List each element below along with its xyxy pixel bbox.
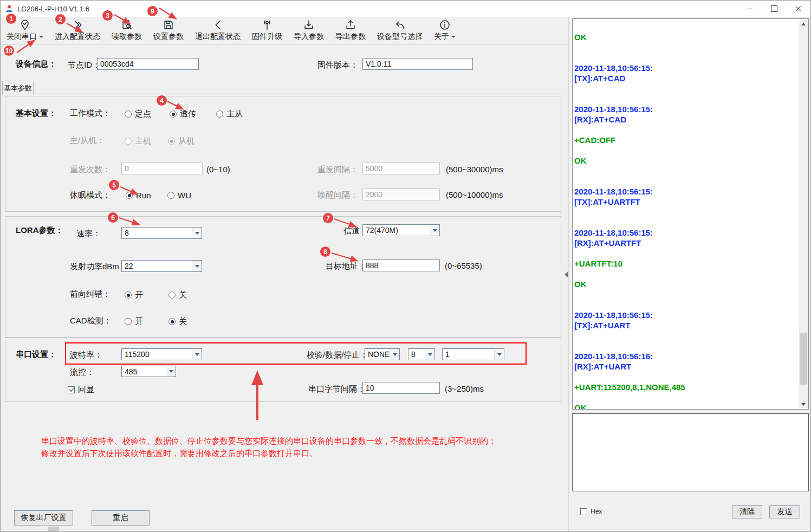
device-model-icon	[394, 19, 406, 31]
flow-control-dropdown[interactable]: 485	[121, 366, 176, 377]
radio-master: 主机	[125, 136, 151, 146]
echo-checkbox[interactable]: 回显	[68, 385, 94, 395]
radio-work-mode-transparent[interactable]: 透传	[170, 109, 196, 119]
log-line: 2020-11-18,10:56:15:	[574, 310, 798, 320]
step-badge-2: 2	[55, 14, 66, 24]
horizontal-scrollbar-thumb[interactable]	[48, 527, 59, 531]
channel-dropdown[interactable]: 72(470M)	[362, 224, 440, 236]
basic-settings-section-label: 基本设置：	[16, 108, 56, 119]
toolbar-button-read-params[interactable]: 读取参数	[109, 18, 145, 43]
log-line: [TX]:AT+UART	[574, 320, 798, 330]
radio-dot	[170, 111, 177, 118]
cad-label: CAD检测：	[70, 316, 112, 326]
toolbar-button-import-params[interactable]: 导入参数	[291, 18, 327, 43]
toolbar-button-set-params[interactable]: 设置参数	[151, 18, 186, 43]
radio-dot	[167, 192, 174, 199]
window-title: LG206-L-P-H10 V1.1.6	[17, 5, 89, 13]
log-line: +UARTFT:10	[574, 258, 798, 269]
log-line	[574, 269, 798, 279]
log-line: [RX]:AT+UARTFT	[574, 238, 798, 248]
scroll-down-button[interactable]	[799, 400, 808, 408]
step-badge-6: 6	[108, 212, 118, 223]
resend-count-label: 重发次数：	[70, 165, 111, 175]
about-icon	[439, 19, 451, 31]
resend-interval-range: (500~30000)ms	[446, 165, 503, 174]
rate-dropdown[interactable]: 8	[121, 227, 202, 239]
toolbar-label: 读取参数	[112, 32, 142, 42]
hex-checkbox[interactable]: Hex	[580, 508, 602, 515]
radio-fec-off[interactable]: 关	[168, 290, 187, 300]
annotation-line-2: 修改并设置后下次使用该软件配置时，需要用修改之后的串口参数打开串口。	[41, 449, 317, 459]
tab-basic-params[interactable]: 基本参数	[2, 81, 34, 95]
lora-params-section-label: LORA参数：	[16, 225, 63, 236]
send-input[interactable]	[572, 413, 809, 491]
log-scrollbar[interactable]	[799, 20, 808, 408]
target-address-range: (0~65535)	[445, 261, 482, 270]
log-scrollbar-thumb[interactable]	[800, 333, 807, 385]
radio-cad-off[interactable]: 关	[168, 316, 187, 327]
log-line: [RX]:AT+CAD	[574, 114, 798, 125]
checkbox-label: Hex	[591, 508, 602, 515]
toolbar-button-firmware-upgrade[interactable]: 固件升级	[249, 18, 285, 43]
dropdown-arrow-icon[interactable]	[192, 228, 202, 238]
log-line: [TX]:AT+CAD	[574, 73, 798, 83]
radio-fec-on[interactable]: 开	[125, 290, 143, 300]
clear-button[interactable]: 清除	[732, 505, 762, 518]
highlight-rectangle	[65, 342, 527, 365]
radio-cad-on[interactable]: 开	[125, 316, 143, 327]
tab-pane-border	[1, 94, 567, 94]
wake-interval-range: (500~10000)ms	[446, 190, 503, 199]
log-line: +UART:115200,8,1,NONE,485	[574, 382, 798, 392]
byte-gap-field[interactable]: 10	[362, 382, 440, 394]
export-params-icon	[345, 19, 356, 31]
device-info-section-label: 设备信息：	[16, 59, 56, 69]
dropdown-arrow-icon[interactable]	[192, 261, 202, 271]
step-badge-9: 9	[147, 6, 158, 16]
node-id-label: 节点ID：	[68, 60, 100, 70]
radio-sleep-run[interactable]: Run	[126, 191, 151, 200]
close-button[interactable]	[786, 1, 810, 17]
log-line	[574, 392, 798, 403]
log-line	[574, 42, 798, 53]
resend-count-range: (0~10)	[206, 165, 230, 174]
toolbar-button-device-model[interactable]: 设备型号选择	[374, 18, 425, 43]
log-line: +CAD:OFF	[574, 135, 798, 145]
target-address-field[interactable]: 888	[362, 259, 440, 271]
checkbox-mark	[580, 508, 587, 515]
firmware-version-field[interactable]: V1.0.11	[362, 58, 473, 70]
scroll-up-button[interactable]	[799, 20, 808, 28]
maximize-icon	[771, 5, 777, 12]
splitter-collapse-handle[interactable]	[563, 267, 569, 282]
radio-dot	[125, 111, 132, 118]
toolbar-button-exit-config[interactable]: 退出配置状态	[192, 18, 243, 43]
radio-work-mode-fixed[interactable]: 定点	[125, 109, 151, 119]
restart-button[interactable]: 重启	[92, 510, 150, 525]
step-badge-3: 3	[102, 10, 113, 21]
firmware-version-label: 固件版本：	[317, 60, 358, 70]
resend-interval-field: 5000	[362, 163, 440, 174]
factory-reset-button[interactable]: 恢复出厂设置	[14, 510, 73, 525]
toolbar-button-about[interactable]: 关于	[431, 18, 458, 43]
dropdown-caret-icon[interactable]	[39, 36, 43, 38]
toolbar-label: 设置参数	[153, 32, 184, 42]
fec-label: 前向纠错：	[70, 289, 111, 300]
log-line	[574, 217, 798, 228]
send-button[interactable]: 发送	[769, 505, 800, 518]
radio-work-mode-master-slave[interactable]: 主从	[216, 109, 243, 119]
tx-power-dropdown[interactable]: 22	[121, 260, 202, 272]
radio-label: 关	[179, 316, 187, 327]
log-line	[574, 207, 798, 217]
dropdown-arrow-icon[interactable]	[430, 225, 439, 236]
log-line	[574, 330, 798, 341]
maximize-button[interactable]	[762, 1, 786, 17]
minimize-button[interactable]	[737, 1, 762, 17]
resend-interval-label: 重发间隔：	[317, 165, 358, 175]
dropdown-caret-icon[interactable]	[451, 36, 456, 38]
log-line: OK	[574, 32, 798, 42]
radio-sleep-wu[interactable]: WU	[167, 191, 191, 200]
dropdown-value: 8	[122, 228, 192, 238]
node-id-field[interactable]: 00053cd4	[97, 58, 199, 70]
toolbar-button-export-params[interactable]: 导出参数	[333, 18, 368, 43]
chevron-left-icon	[565, 272, 568, 277]
dropdown-arrow-icon[interactable]	[166, 366, 176, 377]
